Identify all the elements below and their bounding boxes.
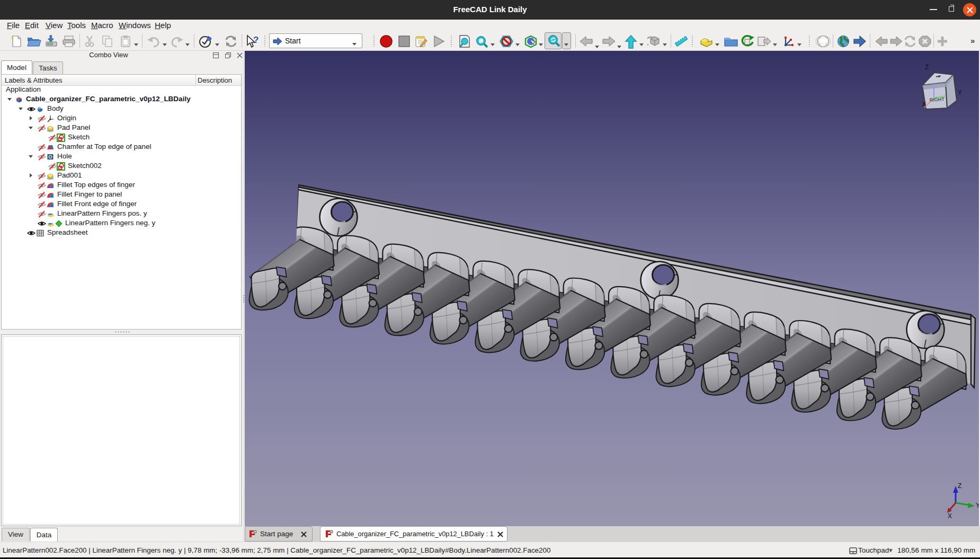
svg-text:RIGHT: RIGHT [929,96,945,103]
svg-text:?: ? [253,35,259,45]
svg-text:X: X [922,101,926,108]
svg-text:X: X [948,512,952,520]
svg-text:Z: Z [925,64,929,71]
svg-text:Z: Z [958,482,961,490]
svg-text:Y: Y [976,502,979,509]
svg-text:Y: Y [958,89,962,96]
